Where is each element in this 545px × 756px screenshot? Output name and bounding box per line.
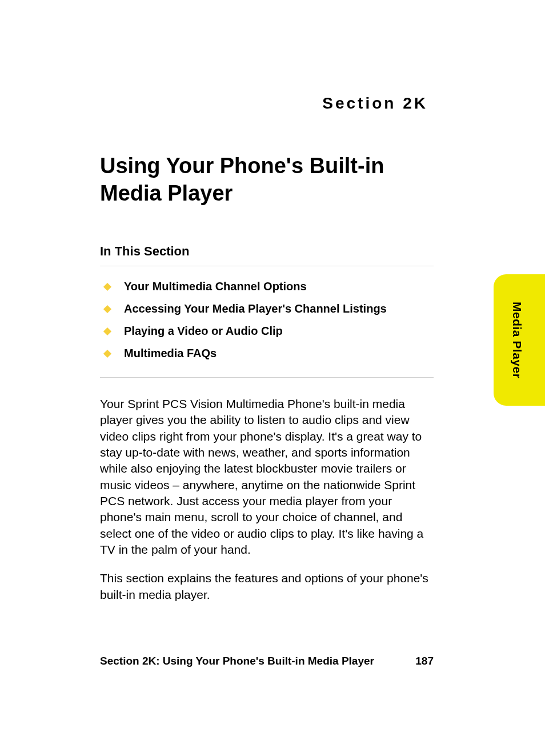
- page-footer: Section 2K: Using Your Phone's Built-in …: [100, 655, 434, 667]
- page-number: 187: [415, 655, 434, 667]
- toc-item: Accessing Your Media Player's Channel Li…: [105, 302, 434, 315]
- diamond-icon: [103, 349, 111, 357]
- body-paragraph: Your Sprint PCS Vision Multimedia Phone'…: [100, 396, 434, 558]
- diamond-icon: [103, 305, 111, 313]
- body-paragraph: This section explains the features and o…: [100, 570, 434, 603]
- toc-list: Your Multimedia Channel Options Accessin…: [100, 280, 434, 378]
- section-label: Section 2K: [100, 94, 434, 113]
- toc-item-label: Multimedia FAQs: [124, 347, 217, 360]
- page-title: Using Your Phone's Built-in Media Player: [100, 153, 434, 207]
- in-this-section-heading: In This Section: [100, 244, 434, 266]
- toc-item: Playing a Video or Audio Clip: [105, 325, 434, 338]
- toc-item-label: Your Multimedia Channel Options: [124, 280, 307, 293]
- side-tab-label: Media Player: [510, 302, 528, 378]
- document-page: Section 2K Using Your Phone's Built-in M…: [0, 0, 545, 756]
- footer-title: Section 2K: Using Your Phone's Built-in …: [100, 655, 374, 667]
- toc-item: Your Multimedia Channel Options: [105, 280, 434, 293]
- diamond-icon: [103, 282, 111, 290]
- toc-item-label: Accessing Your Media Player's Channel Li…: [124, 302, 387, 315]
- diamond-icon: [103, 327, 111, 335]
- toc-item: Multimedia FAQs: [105, 347, 434, 360]
- toc-item-label: Playing a Video or Audio Clip: [124, 325, 283, 338]
- side-tab: Media Player: [494, 274, 545, 406]
